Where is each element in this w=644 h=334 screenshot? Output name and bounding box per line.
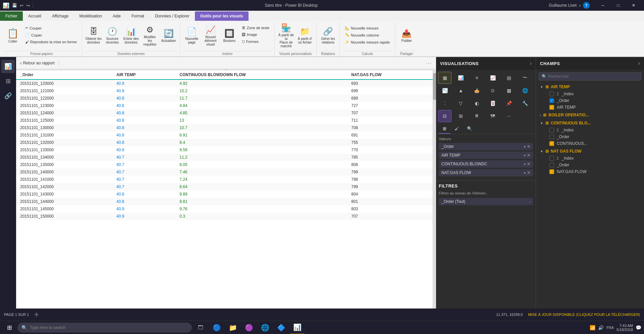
field-natgas-index[interactable]: Σ _Index: [545, 155, 644, 162]
entrer-donnees-button[interactable]: 📊 Entrer desdonnées: [122, 23, 140, 48]
value-item-order[interactable]: _Order ▾ ✕: [439, 143, 533, 150]
value-airtemp-remove-icon[interactable]: ✕: [527, 153, 530, 158]
clock-display[interactable]: 7:43 AM 5/18/2018: [616, 324, 633, 332]
taskbar-app-files[interactable]: 📁: [225, 321, 240, 334]
tab-fichier[interactable]: Fichier: [0, 11, 23, 21]
table-row[interactable]: 20151101_13000040.810.7708: [16, 124, 436, 131]
table-row[interactable]: 20151101_13200040.88.4755: [16, 139, 436, 146]
field-checkbox-cont-flow[interactable]: ✓: [549, 141, 554, 146]
boutons-button[interactable]: 🔲 Boutons: [221, 23, 238, 48]
sources-recentes-button[interactable]: 🕐 Sourcesrécentes: [104, 23, 121, 48]
field-checkbox-natgas-index[interactable]: [549, 156, 554, 161]
couper-button[interactable]: ✂ Couper: [23, 25, 79, 31]
build-tab-fields[interactable]: ⊞: [439, 124, 450, 134]
tab-affichage[interactable]: Affichage: [47, 11, 74, 21]
table-row[interactable]: 20151101_12100040.810.2699: [16, 87, 436, 95]
field-checkbox-natgas-flow[interactable]: ✓: [549, 169, 554, 174]
viz-bar-horizontal-icon[interactable]: ≡: [470, 72, 484, 84]
field-checkbox-checked-airtemp[interactable]: ✓: [549, 105, 554, 110]
champs-search-input[interactable]: [548, 74, 638, 79]
viz-treemap-icon[interactable]: ▩: [502, 85, 516, 97]
table-row[interactable]: 20151101_14400040.89.81801: [16, 198, 436, 205]
field-airtemp-order[interactable]: ✓ _Order: [545, 97, 644, 104]
formes-button[interactable]: ◻ Formes: [239, 38, 272, 45]
viz-stacked-area-icon[interactable]: ▤: [502, 72, 516, 84]
tab-donnees-explorer[interactable]: Données / Explorer: [150, 11, 195, 21]
table-row[interactable]: 20151101_14300040.89.89804: [16, 190, 436, 198]
viz-table-icon[interactable]: ⊟: [438, 110, 451, 122]
modifier-requetes-button[interactable]: ⚙ Modifier lesrequêtes: [141, 23, 159, 48]
sound-icon[interactable]: 🔊: [598, 325, 604, 330]
nouvelle-mesure-rapide-button[interactable]: ⚡ Nouvelle mesure rapide: [342, 39, 392, 45]
network-icon[interactable]: 📶: [590, 325, 595, 330]
table-row[interactable]: 20151101_12500040.813711: [16, 117, 436, 124]
build-tab-format[interactable]: 🖌: [450, 124, 463, 134]
quick-access-undo[interactable]: ↩: [20, 3, 23, 8]
viz-ribbon-icon[interactable]: 〜: [518, 72, 532, 84]
field-continuous-flow[interactable]: ✓ CONTINUOUS...: [545, 140, 644, 147]
taskbar-app-switch[interactable]: 🗔: [193, 321, 208, 334]
help-button[interactable]: ?: [583, 2, 590, 9]
nav-model-icon[interactable]: 🔗: [1, 89, 15, 103]
table-row[interactable]: 20151101_15000040.90.3707: [16, 213, 436, 220]
scrollbar-thumb[interactable]: [433, 73, 436, 100]
field-group-boiler-header[interactable]: › ⊞ BOILER OPERATIO...: [536, 111, 644, 119]
viz-more-icon[interactable]: ···: [502, 110, 516, 122]
nouvelle-colonne-button[interactable]: 📏 Nouvelle colonne: [342, 32, 392, 38]
minimize-button[interactable]: ─: [595, 0, 610, 11]
col-header-blowdown[interactable]: CONTINUOUS BLOWDOWN FLOW: [175, 70, 347, 79]
viz-gauge-icon[interactable]: ◐: [470, 97, 484, 109]
nouvelle-page-button[interactable]: 📄 Nouvellepage: [183, 23, 201, 48]
table-options-button[interactable]: ···: [426, 60, 432, 66]
field-natgas-flow[interactable]: ✓ NAT.GAS FLOW: [545, 168, 644, 175]
viz-area-icon[interactable]: ▲: [454, 85, 468, 97]
tab-accueil[interactable]: Accueil: [23, 11, 47, 21]
field-natgas-order[interactable]: _Order: [545, 162, 644, 168]
field-group-airtemp-header[interactable]: ▼ ⊞ AIR TEMP: [536, 83, 644, 91]
table-row[interactable]: 20151101_13400040.711.2785: [16, 154, 436, 161]
place-marche-button[interactable]: 🏪 À partir de laPlace de marché: [277, 23, 295, 48]
viz-slicer-icon[interactable]: 🔧: [518, 97, 532, 109]
gerer-relations-button[interactable]: 🔗 Gérer lesrelations: [319, 23, 337, 48]
table-row[interactable]: 20151101_14200040.78.64799: [16, 183, 436, 190]
champs-panel-expand-icon[interactable]: ›: [638, 60, 640, 66]
col-header-natgas[interactable]: NAT.GAS FLOW: [347, 70, 436, 79]
value-blowdown-dropdown-icon[interactable]: ▾: [524, 162, 526, 166]
viz-donut-icon[interactable]: ⊙: [486, 85, 499, 97]
value-item-airtemp[interactable]: AIR TEMP ▾ ✕: [439, 152, 533, 159]
back-to-report[interactable]: ‹ Retour au rapport: [20, 60, 59, 66]
image-button[interactable]: 🖼 Image: [239, 32, 272, 38]
field-checkbox-cont-index[interactable]: [549, 128, 554, 132]
viz-matrix-icon[interactable]: ⊞: [454, 110, 468, 122]
page-add-icon[interactable]: ➕: [34, 313, 39, 317]
champs-search-box[interactable]: 🔍: [539, 72, 641, 80]
field-airtemp-index[interactable]: Σ _Index: [545, 91, 644, 97]
table-row[interactable]: 20151101_12000040.94.92693: [16, 79, 436, 87]
viz-funnel-icon[interactable]: ▽: [454, 97, 468, 109]
copier-button[interactable]: 📄 Copier: [23, 32, 79, 38]
table-row[interactable]: 20151101_12200040.811.7689: [16, 95, 436, 102]
nav-report-icon[interactable]: 📊: [1, 60, 15, 73]
viz-pie-icon[interactable]: 🥧: [470, 85, 484, 97]
viz-combo-icon[interactable]: 📈: [486, 72, 499, 84]
tab-format[interactable]: Format: [126, 11, 150, 21]
viz-r-icon[interactable]: R: [470, 110, 484, 122]
value-item-blowdown[interactable]: CONTINUOUS BLOWDC ▾ ✕: [439, 160, 533, 168]
update-message[interactable]: MISE À JOUR DISPONIBLE (CLIQUEZ POUR LA …: [528, 313, 640, 317]
taskbar-app-edge[interactable]: 🔵: [209, 321, 224, 334]
viz-globe-icon[interactable]: 🗺: [486, 110, 499, 122]
nouvel-element-button[interactable]: 📈 Nouvelélément visuel: [202, 23, 219, 48]
table-row[interactable]: 20151101_12300040.84.84727: [16, 102, 436, 109]
coller-button[interactable]: 📋 Coller: [4, 23, 21, 48]
viz-line-icon[interactable]: 📉: [438, 85, 451, 97]
viz-scatter-icon[interactable]: ⁚: [438, 97, 451, 109]
quick-access-save[interactable]: 💾: [12, 3, 17, 8]
field-group-natgas-header[interactable]: ▼ ⊞ NAT GAS FLOW: [536, 148, 644, 155]
filter-item-order[interactable]: _Order (Tout) ›: [439, 198, 533, 205]
quick-access-redo[interactable]: ↪: [26, 3, 30, 8]
obtenir-donnees-button[interactable]: 🗄 Obtenir lesdonnées: [85, 23, 102, 48]
table-row[interactable]: 20151101_13500040.78.05808: [16, 161, 436, 168]
field-checkbox-natgas-order[interactable]: [549, 163, 554, 167]
taskbar-app-powerbi[interactable]: 📊: [290, 321, 305, 334]
value-dropdown-icon[interactable]: ▾: [524, 145, 526, 149]
